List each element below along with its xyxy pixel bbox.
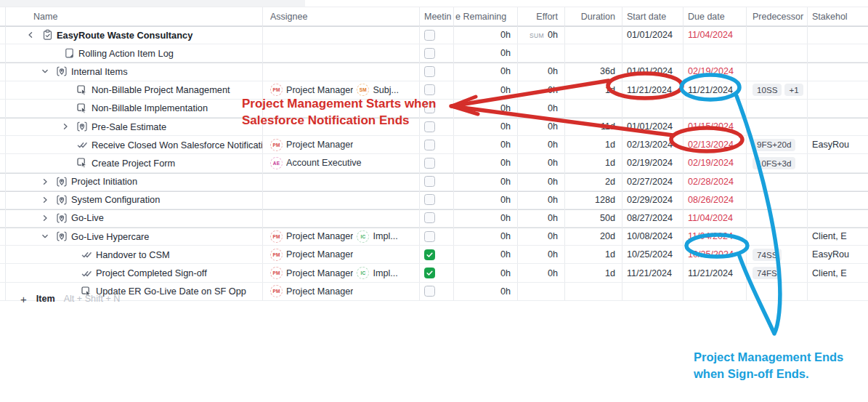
due-date-cell[interactable]: 08/26/2024 (684, 191, 747, 209)
duration-cell[interactable]: 2d (565, 173, 622, 190)
predecessor-cell[interactable] (747, 118, 808, 135)
due-date-cell[interactable]: 02/19/2024 (684, 63, 747, 80)
task-name-cell[interactable]: Receive Closed Won Salesforce Notificati… (6, 136, 263, 153)
stakeholder-cell[interactable] (808, 154, 868, 172)
predecessor-badge[interactable]: 74FS (753, 267, 782, 279)
duration-cell[interactable] (565, 44, 622, 62)
due-date-cell[interactable]: 11/21/2024 (684, 81, 747, 99)
assignee-cell[interactable] (263, 100, 420, 117)
time-remaining-cell[interactable]: 0h (454, 26, 518, 44)
table-row[interactable]: Non-Billable Project ManagementPMProject… (0, 81, 868, 100)
stakeholder-cell[interactable] (808, 26, 868, 44)
due-date-cell[interactable]: 11/04/2024 (684, 209, 747, 227)
task-name[interactable]: Non-Billable Implementation (92, 102, 208, 113)
stakeholder-cell[interactable] (808, 173, 868, 190)
stakeholder-cell[interactable] (808, 100, 868, 117)
meeting-checkbox[interactable] (424, 231, 435, 242)
due-date-cell[interactable]: 02/13/2024 (684, 136, 747, 153)
due-date-cell[interactable]: 02/28/2024 (684, 173, 747, 190)
predecessor-cell[interactable] (747, 26, 808, 44)
effort-cell[interactable]: 0h (518, 63, 565, 80)
time-remaining-cell[interactable]: 0h (454, 228, 518, 245)
predecessor-cell[interactable]: 9FS+20d (747, 136, 808, 153)
column-header-meeting[interactable]: Meetin (420, 7, 454, 25)
task-name-cell[interactable]: Go-Live Hypercare (6, 228, 263, 245)
table-row[interactable]: System Configuration0h0h128d02/29/202408… (0, 191, 868, 209)
table-row[interactable]: Create Project FormAEAccount Executive0h… (0, 154, 868, 172)
task-name[interactable]: EasyRoute Waste Consultancy (57, 30, 192, 41)
task-name-cell[interactable]: Create Project Form (6, 154, 263, 172)
meeting-cell[interactable] (420, 63, 454, 80)
predecessor-badge[interactable]: 10FS+3d (753, 157, 795, 169)
time-remaining-cell[interactable]: 0h (454, 154, 518, 172)
task-name-cell[interactable]: System Configuration (6, 191, 263, 209)
start-date-cell[interactable]: 01/01/2024 (622, 63, 684, 80)
add-item-label[interactable]: Item (36, 294, 55, 304)
stakeholder-cell[interactable] (808, 191, 868, 209)
stakeholder-cell[interactable] (808, 63, 868, 80)
task-name-cell[interactable]: Pre-Sale Estimate (6, 118, 263, 135)
duration-cell[interactable]: 1d (565, 154, 622, 172)
chevron-right-icon[interactable] (38, 195, 52, 205)
predecessor-cell[interactable] (747, 100, 808, 117)
effort-cell[interactable]: 0h (518, 81, 565, 99)
predecessor-badge[interactable]: +1 (784, 84, 803, 96)
task-name-cell[interactable]: Rolling Action Item Log (6, 44, 263, 62)
effort-cell[interactable]: 0h (518, 136, 565, 153)
time-remaining-cell[interactable]: 0h (454, 264, 518, 281)
duration-cell[interactable]: 50d (565, 209, 622, 227)
table-row[interactable]: EasyRoute Waste Consultancy0hSUM0h01/01/… (0, 26, 868, 44)
due-date-cell[interactable] (684, 100, 747, 117)
stakeholder-cell[interactable]: Client, E (808, 264, 868, 281)
predecessor-badge[interactable]: 10SS (753, 84, 782, 96)
predecessor-cell[interactable] (747, 173, 808, 190)
task-name[interactable]: System Configuration (71, 194, 160, 205)
stakeholder-cell[interactable] (808, 209, 868, 227)
table-row[interactable]: Project Completed Sign-offPMProject Mana… (0, 264, 868, 282)
task-name-cell[interactable]: Project Initiation (6, 173, 263, 190)
duration-cell[interactable]: 11d (565, 118, 622, 135)
table-row[interactable]: Rolling Action Item Log0h (0, 44, 868, 63)
duration-cell[interactable]: 1d (565, 136, 622, 153)
time-remaining-cell[interactable]: 0h (454, 81, 518, 99)
meeting-checkbox[interactable] (424, 102, 435, 113)
column-header-effort[interactable]: Effort (518, 7, 565, 25)
effort-cell[interactable]: 0h (518, 209, 565, 227)
effort-cell[interactable]: 0h (518, 173, 565, 190)
due-date-cell[interactable] (684, 44, 747, 62)
predecessor-cell[interactable] (747, 63, 808, 80)
meeting-cell[interactable] (420, 26, 454, 44)
time-remaining-cell[interactable]: 0h (454, 246, 518, 263)
predecessor-cell[interactable]: 10FS+3d (747, 154, 808, 172)
start-date-cell[interactable]: 01/01/2024 (622, 26, 684, 44)
assignee-cell[interactable]: AEAccount Executive (263, 154, 420, 172)
chevron-down-icon[interactable] (38, 231, 52, 241)
task-name[interactable]: Handover to CSM (96, 249, 170, 260)
task-name[interactable]: Go-Live Hypercare (71, 231, 149, 242)
task-name-cell[interactable]: Internal Items (6, 63, 263, 80)
time-remaining-cell[interactable]: 0h (454, 136, 518, 153)
table-row[interactable]: Go-Live HypercarePMProject ManagerICImpl… (0, 228, 868, 246)
time-remaining-cell[interactable]: 0h (454, 209, 518, 227)
time-remaining-cell[interactable]: 0h (454, 63, 518, 80)
meeting-checkbox[interactable] (424, 121, 435, 132)
column-header-start-date[interactable]: Start date (622, 7, 684, 25)
effort-cell[interactable]: 0h (518, 228, 565, 245)
meeting-checkbox[interactable] (424, 158, 435, 169)
assignee-cell[interactable] (263, 118, 420, 135)
table-row[interactable]: Receive Closed Won Salesforce Notificati… (0, 136, 868, 154)
stakeholder-cell[interactable] (808, 118, 868, 135)
time-remaining-cell[interactable]: 0h (454, 173, 518, 190)
meeting-cell[interactable] (420, 228, 454, 245)
start-date-cell[interactable]: 11/21/2024 (622, 264, 684, 281)
stakeholder-cell[interactable]: EasyRou (808, 136, 868, 153)
column-header-assignee[interactable]: Assignee (263, 7, 420, 25)
meeting-cell[interactable] (420, 264, 454, 281)
start-date-cell[interactable]: 08/27/2024 (622, 209, 684, 227)
column-header-stakeholder[interactable]: Stakehol (808, 7, 868, 25)
predecessor-cell[interactable] (747, 44, 808, 62)
meeting-cell[interactable] (420, 100, 454, 117)
task-name-cell[interactable]: Non-Billable Implementation (6, 100, 263, 117)
due-date-cell[interactable]: 01/15/2024 (684, 118, 747, 135)
chevron-right-icon[interactable] (58, 121, 73, 132)
